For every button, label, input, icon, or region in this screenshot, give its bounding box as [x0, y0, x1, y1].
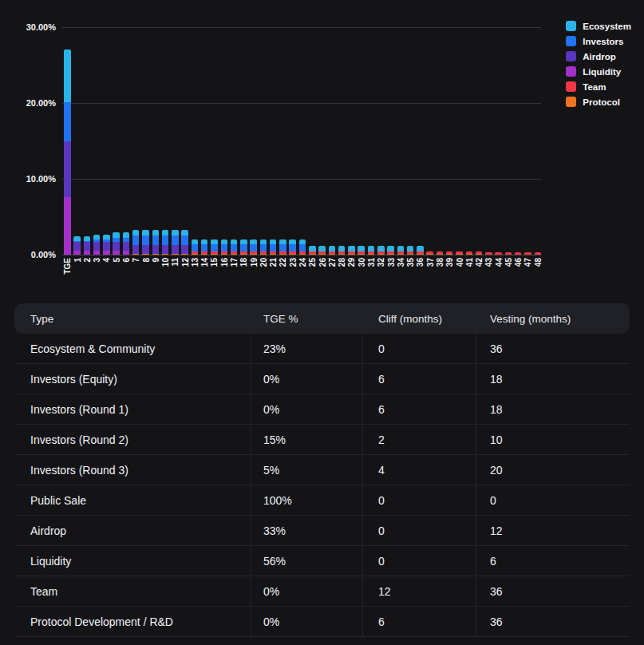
bar-30[interactable] — [358, 246, 365, 255]
bar-31[interactable] — [368, 246, 375, 255]
value-cell: 0 — [363, 546, 476, 576]
x-tick-label: 29 — [348, 257, 355, 302]
bar-segment-ecosystem — [84, 236, 91, 242]
bar-5[interactable] — [113, 232, 120, 255]
bar-segment-ecosystem — [368, 246, 375, 251]
bar-25[interactable] — [309, 246, 316, 255]
legend-item-liquidity[interactable]: Liquidity — [566, 66, 631, 77]
bar-segment-protocol — [279, 254, 286, 255]
bar-40[interactable] — [456, 251, 463, 255]
bar-TGE[interactable] — [64, 49, 71, 255]
bar-14[interactable] — [201, 239, 208, 255]
legend-item-investors[interactable]: Investors — [566, 36, 631, 46]
chart-legend: EcosystemInvestorsAirdropLiquidityTeamPr… — [566, 21, 631, 107]
bar-1[interactable] — [73, 236, 81, 255]
bar-33[interactable] — [387, 246, 394, 255]
value-cell: 20 — [476, 455, 630, 485]
bar-11[interactable] — [172, 230, 179, 255]
bar-44[interactable] — [495, 252, 502, 255]
legend-item-team[interactable]: Team — [566, 81, 631, 92]
table-row: Investors (Equity)0%618 — [14, 364, 630, 394]
bar-2[interactable] — [84, 236, 91, 255]
bar-15[interactable] — [211, 239, 218, 255]
bar-20[interactable] — [260, 239, 267, 255]
column-header-1: TGE % — [251, 303, 363, 334]
x-tick-label: 11 — [172, 257, 179, 302]
bar-4[interactable] — [103, 235, 110, 255]
table-row: Investors (Round 3)5%420 — [14, 455, 630, 485]
bar-29[interactable] — [348, 246, 355, 255]
bar-38[interactable] — [437, 251, 444, 255]
bar-43[interactable] — [485, 252, 492, 255]
bar-16[interactable] — [221, 239, 228, 255]
bar-segment-ecosystem — [329, 246, 336, 251]
bar-segment-ecosystem — [73, 236, 81, 242]
bar-3[interactable] — [93, 235, 101, 255]
allocation-type-cell: Investors (Equity) — [14, 364, 251, 394]
bar-segment-airdrop — [142, 245, 149, 254]
bar-23[interactable] — [289, 239, 296, 255]
bar-17[interactable] — [231, 239, 238, 255]
bar-segment-team — [505, 252, 512, 255]
bar-segment-ecosystem — [250, 239, 257, 245]
bar-segment-ecosystem — [358, 246, 365, 251]
bar-segment-protocol — [181, 254, 188, 255]
bar-36[interactable] — [417, 246, 424, 255]
table-row: Team0%1236 — [14, 576, 630, 607]
bar-24[interactable] — [299, 239, 306, 255]
bar-45[interactable] — [505, 252, 512, 255]
bar-segment-ecosystem — [221, 239, 228, 245]
x-tick-label: 23 — [289, 257, 296, 302]
bar-segment-investors — [299, 244, 306, 251]
bar-46[interactable] — [515, 252, 522, 255]
x-tick-label: 25 — [309, 257, 316, 302]
value-cell: 56% — [251, 546, 363, 576]
x-tick-label: TGE — [64, 257, 71, 302]
legend-item-airdrop[interactable]: Airdrop — [566, 51, 631, 61]
allocation-type-cell: Investors (Round 1) — [14, 394, 251, 424]
bar-segment-protocol — [142, 254, 149, 255]
bar-10[interactable] — [162, 230, 169, 255]
x-tick-label: 5 — [113, 257, 120, 302]
bar-22[interactable] — [279, 239, 286, 255]
bar-26[interactable] — [318, 246, 326, 255]
bar-segment-protocol — [348, 254, 355, 255]
vesting-unlock-chart: 30.00%20.00%10.00%0.00% TGE1234567891011… — [0, 0, 644, 303]
bar-12[interactable] — [181, 230, 188, 255]
bar-segment-ecosystem — [397, 246, 405, 251]
x-tick-label: 2 — [84, 257, 91, 302]
bar-7[interactable] — [132, 230, 140, 255]
bar-9[interactable] — [152, 230, 160, 255]
bar-segment-airdrop — [73, 242, 81, 251]
bar-21[interactable] — [270, 239, 277, 255]
x-tick-label: 12 — [181, 257, 188, 302]
bar-segment-investors — [132, 235, 140, 245]
bar-47[interactable] — [524, 252, 531, 255]
x-tick-label: 36 — [417, 257, 424, 302]
bar-segment-airdrop — [181, 245, 188, 254]
bar-segment-investors — [240, 244, 247, 251]
bar-8[interactable] — [142, 230, 149, 255]
bar-42[interactable] — [476, 251, 483, 255]
bar-segment-ecosystem — [348, 246, 355, 251]
bar-41[interactable] — [466, 251, 473, 255]
bar-6[interactable] — [123, 232, 130, 255]
legend-item-protocol[interactable]: Protocol — [566, 97, 631, 107]
bar-19[interactable] — [250, 239, 257, 255]
bar-37[interactable] — [426, 251, 433, 255]
bar-27[interactable] — [329, 246, 336, 255]
legend-swatch-icon — [566, 81, 576, 92]
bar-34[interactable] — [397, 246, 405, 255]
y-tick-label: 10.00% — [0, 174, 56, 184]
bar-48[interactable] — [535, 252, 542, 255]
bar-segment-protocol — [289, 254, 296, 255]
bar-13[interactable] — [192, 239, 199, 255]
legend-item-ecosystem[interactable]: Ecosystem — [566, 21, 631, 31]
bar-28[interactable] — [338, 246, 346, 255]
bar-segment-protocol — [437, 254, 444, 255]
bar-35[interactable] — [407, 246, 414, 255]
value-cell: 0% — [251, 364, 363, 394]
bar-18[interactable] — [240, 239, 247, 255]
bar-32[interactable] — [377, 246, 385, 255]
bar-39[interactable] — [446, 251, 453, 255]
